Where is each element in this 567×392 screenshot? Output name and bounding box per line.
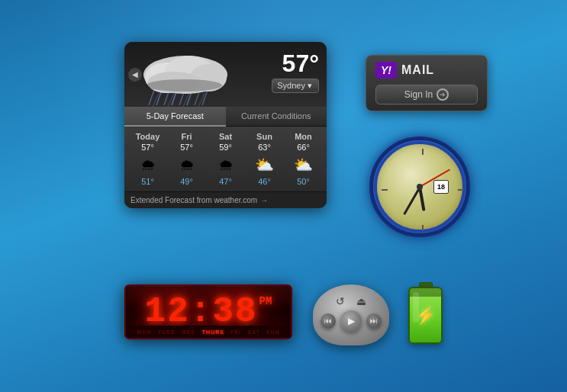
- day-3-icon: ⛅: [245, 154, 284, 175]
- weather-cloud: [132, 46, 239, 107]
- day-1-icon: 🌧: [167, 154, 206, 175]
- day-3-high: 63°: [245, 143, 284, 154]
- day-4-low: 50°: [284, 175, 323, 186]
- day-fri: FRI: [230, 329, 241, 335]
- forecast-days-row: Today 57° 🌧 51° Fri 57° 🌧 49° Sat 59° 🌧 …: [124, 130, 327, 188]
- day-mon: MON: [137, 329, 151, 335]
- city-selector[interactable]: Sydney ▾: [272, 79, 319, 93]
- digital-clock-widget: 12:38 PM MON TUES WED THURS FRI SAT SUN: [124, 284, 292, 339]
- clock-center-dot: [417, 184, 423, 190]
- yahoo-logo: Y!: [375, 62, 397, 79]
- weather-widget: 57° Sydney ▾ ◀ 5-Day Forecast Current Co…: [124, 42, 327, 208]
- forecast-day-4: Mon 66° ⛅ 50°: [284, 132, 323, 186]
- weather-temperature-area: 57° Sydney ▾: [272, 51, 319, 93]
- day-4-high: 66°: [284, 143, 323, 154]
- tab-forecast[interactable]: 5-Day Forecast: [124, 107, 226, 127]
- weather-tabs: 5-Day Forecast Current Conditions: [124, 107, 327, 127]
- day-sat: SAT: [247, 329, 259, 335]
- day-wed: WED: [182, 329, 196, 335]
- day-sun: SUN: [266, 329, 280, 335]
- media-bottom-controls: ⏮ ▶ ⏭: [321, 310, 382, 332]
- day-1-low: 49°: [167, 175, 206, 186]
- day-3-low: 46°: [245, 175, 284, 186]
- day-2-low: 47°: [206, 175, 245, 186]
- battery-body: ⚡: [408, 287, 443, 344]
- day-2-high: 59°: [206, 143, 245, 154]
- city-name: Sydney: [277, 81, 305, 90]
- day-0-name: Today: [128, 132, 167, 143]
- forecast-day-1: Fri 57° 🌧 49°: [167, 132, 206, 186]
- media-top-controls: ↺ ⏏: [336, 295, 366, 307]
- digital-ampm-display: PM: [259, 295, 272, 307]
- day-thurs: THURS: [202, 329, 224, 335]
- media-eject-icon[interactable]: ⏏: [356, 295, 366, 307]
- digital-day-strip: MON TUES WED THURS FRI SAT SUN: [126, 326, 291, 338]
- temperature-display: 57°: [272, 51, 319, 76]
- media-player-body: ↺ ⏏ ⏮ ▶ ⏭: [313, 284, 389, 345]
- day-0-high: 57°: [128, 143, 167, 154]
- media-settings-icon[interactable]: ↺: [336, 295, 345, 307]
- forecast-day-3: Sun 63° ⛅ 46°: [245, 132, 284, 186]
- weather-footer-arrow-icon: →: [260, 196, 268, 204]
- yahoo-mail-widget: Y! MAIL Sign In ➔: [366, 55, 488, 111]
- day-0-icon: 🌧: [128, 154, 167, 175]
- clock-face: 18: [374, 141, 466, 233]
- yahoo-mail-label: MAIL: [401, 63, 434, 77]
- tab-conditions[interactable]: Current Conditions: [226, 107, 327, 127]
- forecast-panel: Today 57° 🌧 51° Fri 57° 🌧 49° Sat 59° 🌧 …: [124, 127, 327, 191]
- day-2-icon: 🌧: [206, 154, 245, 175]
- weather-footer[interactable]: Extended Forecast from weather.com →: [124, 191, 327, 208]
- forecast-day-0: Today 57° 🌧 51°: [128, 132, 167, 186]
- analog-clock-widget: 18: [374, 141, 466, 233]
- digital-time-display: 12:38: [145, 294, 258, 329]
- svg-point-17: [146, 79, 222, 92]
- day-1-name: Fri: [167, 132, 206, 143]
- weather-prev-button[interactable]: ◀: [128, 68, 142, 82]
- day-1-high: 57°: [167, 143, 206, 154]
- svg-line-0: [149, 88, 155, 105]
- yahoo-mail-header: Y! MAIL: [375, 62, 478, 79]
- day-0-low: 51°: [128, 175, 167, 186]
- battery-plug-icon: ⚡: [415, 306, 436, 326]
- weather-footer-text: Extended Forecast from weather.com: [130, 196, 257, 204]
- day-4-icon: ⛅: [284, 154, 323, 175]
- media-rewind-button[interactable]: ⏮: [321, 313, 336, 329]
- clock-date: 18: [433, 180, 449, 194]
- day-3-name: Sun: [245, 132, 284, 143]
- signin-arrow-icon: ➔: [437, 88, 449, 101]
- signin-label: Sign In: [404, 89, 433, 100]
- weather-header: 57° Sydney ▾ ◀: [124, 42, 327, 107]
- media-fast-forward-button[interactable]: ⏭: [366, 313, 382, 329]
- day-2-name: Sat: [206, 132, 245, 143]
- day-tues: TUES: [158, 329, 176, 335]
- forecast-day-2: Sat 59° 🌧 47°: [206, 132, 245, 186]
- yahoo-logo-letter: Y!: [381, 64, 391, 76]
- day-4-name: Mon: [284, 132, 323, 143]
- battery-widget: ⚡: [404, 282, 446, 347]
- media-play-button[interactable]: ▶: [340, 310, 362, 332]
- yahoo-signin-button[interactable]: Sign In ➔: [375, 85, 478, 104]
- media-player-widget: ↺ ⏏ ⏮ ▶ ⏭: [313, 284, 389, 345]
